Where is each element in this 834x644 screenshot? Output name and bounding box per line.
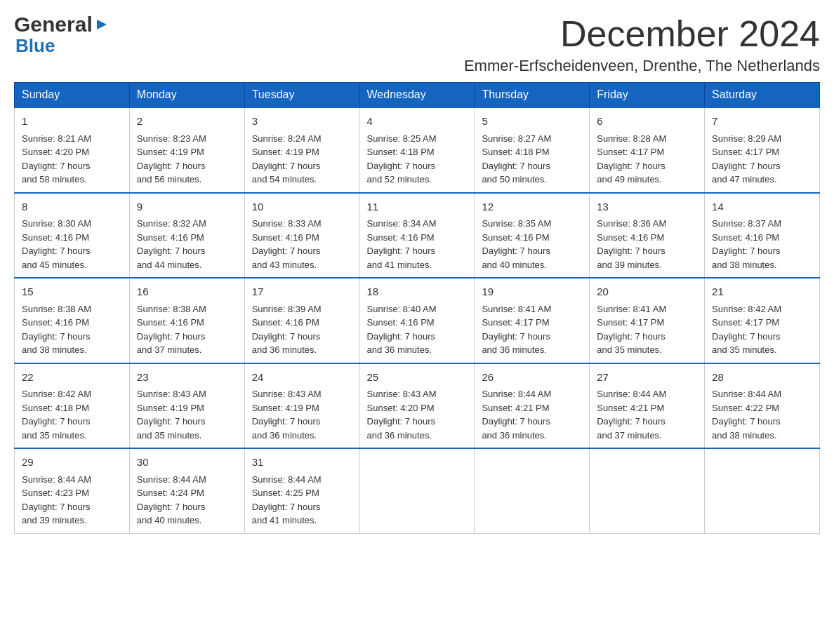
calendar-day-cell: 19Sunrise: 8:41 AMSunset: 4:17 PMDayligh… [475,278,590,363]
sunrise-line: Sunrise: 8:30 AM [22,218,91,229]
sunrise-line: Sunrise: 8:44 AM [597,389,666,399]
daylight-line: Daylight: 7 hours [712,331,781,342]
daylight-line: Daylight: 7 hours [597,246,666,256]
daylight-minutes-line: and 36 minutes. [482,430,547,441]
calendar-week-row: 29Sunrise: 8:44 AMSunset: 4:23 PMDayligh… [15,448,820,533]
sunrise-line: Sunrise: 8:43 AM [252,389,322,399]
daylight-line: Daylight: 7 hours [22,502,91,512]
sunset-line: Sunset: 4:19 PM [137,147,204,157]
sunrise-line: Sunrise: 8:43 AM [137,389,206,399]
calendar-day-cell: 10Sunrise: 8:33 AMSunset: 4:16 PMDayligh… [244,193,359,279]
sunset-line: Sunset: 4:16 PM [367,317,435,328]
daylight-line: Daylight: 7 hours [252,246,321,256]
daylight-minutes-line: and 52 minutes. [367,174,432,185]
daylight-minutes-line: and 56 minutes. [137,174,202,185]
daylight-minutes-line: and 35 minutes. [137,430,202,441]
sunrise-line: Sunrise: 8:28 AM [597,133,666,144]
daylight-minutes-line: and 40 minutes. [137,515,202,525]
sunset-line: Sunset: 4:22 PM [712,403,779,413]
calendar-day-cell: 29Sunrise: 8:44 AMSunset: 4:23 PMDayligh… [15,448,130,533]
day-number: 1 [22,114,122,130]
sunset-line: Sunset: 4:24 PM [137,488,204,498]
sunrise-line: Sunrise: 8:41 AM [597,304,666,314]
sunrise-line: Sunrise: 8:40 AM [367,304,437,314]
sunset-line: Sunset: 4:16 PM [597,232,664,243]
daylight-line: Daylight: 7 hours [137,161,206,171]
logo-general-text: General [14,14,93,35]
calendar-day-cell [590,448,705,533]
daylight-line: Daylight: 7 hours [712,161,781,171]
sunrise-line: Sunrise: 8:23 AM [137,133,206,144]
day-number: 17 [252,284,352,300]
sunset-line: Sunset: 4:17 PM [597,147,664,157]
sunrise-line: Sunrise: 8:44 AM [252,474,322,485]
day-number: 30 [137,455,237,471]
sunset-line: Sunset: 4:19 PM [252,147,319,157]
calendar-day-cell: 12Sunrise: 8:35 AMSunset: 4:16 PMDayligh… [475,193,590,279]
daylight-line: Daylight: 7 hours [252,161,321,171]
sunrise-line: Sunrise: 8:34 AM [367,218,437,229]
sunset-line: Sunset: 4:19 PM [252,403,319,413]
daylight-line: Daylight: 7 hours [482,161,550,171]
day-number: 7 [712,114,812,130]
daylight-minutes-line: and 47 minutes. [712,174,777,185]
day-number: 28 [712,370,812,386]
daylight-minutes-line: and 50 minutes. [482,174,547,185]
day-of-week-header: Tuesday [244,83,359,108]
calendar-day-cell: 17Sunrise: 8:39 AMSunset: 4:16 PMDayligh… [244,278,359,363]
sunset-line: Sunset: 4:16 PM [22,232,89,243]
calendar-day-cell: 16Sunrise: 8:38 AMSunset: 4:16 PMDayligh… [129,278,244,363]
daylight-line: Daylight: 7 hours [252,502,321,512]
daylight-minutes-line: and 35 minutes. [712,344,777,355]
daylight-line: Daylight: 7 hours [482,331,550,342]
sunset-line: Sunset: 4:20 PM [22,147,89,157]
sunset-line: Sunset: 4:18 PM [22,403,89,413]
day-number: 15 [22,284,122,300]
daylight-line: Daylight: 7 hours [597,416,666,427]
sunrise-line: Sunrise: 8:38 AM [137,304,206,314]
day-number: 24 [252,370,352,386]
sunrise-line: Sunrise: 8:44 AM [137,474,206,485]
daylight-line: Daylight: 7 hours [712,416,781,427]
daylight-line: Daylight: 7 hours [137,416,206,427]
day-number: 18 [367,284,468,300]
sunset-line: Sunset: 4:17 PM [482,317,549,328]
calendar-day-cell: 20Sunrise: 8:41 AMSunset: 4:17 PMDayligh… [590,278,705,363]
day-of-week-header: Thursday [475,83,590,108]
day-of-week-header: Saturday [705,83,820,108]
calendar-day-cell [705,448,820,533]
day-number: 14 [712,199,812,215]
sunrise-line: Sunrise: 8:33 AM [252,218,322,229]
day-number: 16 [137,284,237,300]
calendar-day-cell: 25Sunrise: 8:43 AMSunset: 4:20 PMDayligh… [359,363,475,449]
calendar-header-row: SundayMondayTuesdayWednesdayThursdayFrid… [15,83,820,108]
sunrise-line: Sunrise: 8:42 AM [22,389,91,399]
calendar-day-cell: 24Sunrise: 8:43 AMSunset: 4:19 PMDayligh… [244,363,359,449]
daylight-line: Daylight: 7 hours [367,161,436,171]
daylight-minutes-line: and 41 minutes. [367,260,432,270]
sunrise-line: Sunrise: 8:21 AM [22,133,91,144]
daylight-minutes-line: and 45 minutes. [22,260,87,270]
calendar-day-cell: 8Sunrise: 8:30 AMSunset: 4:16 PMDaylight… [15,193,130,279]
sunrise-line: Sunrise: 8:27 AM [482,133,551,144]
daylight-minutes-line: and 38 minutes. [712,430,777,441]
day-number: 27 [597,370,697,386]
sunset-line: Sunset: 4:21 PM [482,403,549,413]
sunset-line: Sunset: 4:25 PM [252,488,319,498]
sunrise-line: Sunrise: 8:44 AM [482,389,551,399]
calendar-day-cell: 6Sunrise: 8:28 AMSunset: 4:17 PMDaylight… [590,107,705,193]
calendar-week-row: 22Sunrise: 8:42 AMSunset: 4:18 PMDayligh… [15,363,820,449]
day-number: 19 [482,284,582,300]
day-number: 13 [597,199,697,215]
calendar-day-cell: 28Sunrise: 8:44 AMSunset: 4:22 PMDayligh… [705,363,820,449]
sunset-line: Sunset: 4:17 PM [597,317,664,328]
location-title: Emmer-Erfscheidenveen, Drenthe, The Neth… [464,57,820,75]
sunset-line: Sunset: 4:16 PM [22,317,89,328]
day-number: 29 [22,455,122,471]
sunset-line: Sunset: 4:23 PM [22,488,89,498]
day-number: 25 [367,370,468,386]
calendar-day-cell: 5Sunrise: 8:27 AMSunset: 4:18 PMDaylight… [475,107,590,193]
calendar-day-cell: 15Sunrise: 8:38 AMSunset: 4:16 PMDayligh… [15,278,130,363]
day-number: 3 [252,114,352,130]
logo-arrow-icon [94,17,110,32]
